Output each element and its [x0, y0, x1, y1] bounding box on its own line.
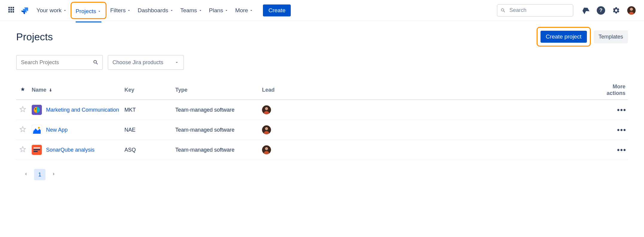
svg-point-1 [630, 8, 633, 11]
profile-avatar[interactable] [627, 6, 636, 15]
chevron-down-icon [127, 8, 131, 13]
chevron-down-icon [198, 8, 203, 13]
svg-rect-13 [34, 147, 40, 148]
project-icon [32, 125, 42, 135]
lead-avatar[interactable] [262, 145, 271, 154]
page-title: Projects [16, 31, 53, 43]
lead-avatar[interactable] [262, 125, 271, 134]
nav-dashboards[interactable]: Dashboards [135, 5, 176, 16]
product-select-label: Choose Jira products [112, 59, 163, 66]
chevron-down-icon [174, 60, 179, 65]
table-row: Marketing and Communication MKT Team-man… [16, 100, 628, 120]
nav-label: Projects [76, 8, 96, 15]
row-more-actions-icon[interactable]: ••• [617, 126, 625, 134]
star-outline-icon[interactable] [19, 126, 26, 133]
col-more-label-line1: More [600, 84, 625, 90]
row-more-actions-icon[interactable]: ••• [617, 146, 625, 154]
col-more-label-line2: actions [600, 90, 625, 97]
highlight-create-project: Create project [537, 27, 591, 47]
app-switcher-icon[interactable] [8, 7, 16, 14]
project-type: Team-managed software [173, 140, 260, 160]
table-row: New App NAE Team-managed software ••• [16, 120, 628, 140]
chevron-down-icon [97, 9, 101, 13]
project-key: MKT [122, 100, 173, 120]
page-prev-button[interactable] [20, 169, 31, 180]
global-search-input[interactable] [497, 4, 573, 17]
row-more-actions-icon[interactable]: ••• [617, 106, 625, 114]
nav-label: Filters [110, 7, 126, 14]
nav-label: Your work [36, 7, 62, 14]
col-name[interactable]: Name [29, 82, 122, 100]
search-icon [500, 8, 506, 13]
project-name-link[interactable]: SonarQube analysis [46, 147, 95, 153]
search-icon [93, 59, 99, 65]
chevron-down-icon [249, 8, 253, 13]
nav-label: More [235, 7, 248, 14]
nav-items: Your work Projects Filters Dashboards Te… [34, 2, 291, 19]
svg-point-4 [35, 108, 36, 110]
create-button[interactable]: Create [263, 4, 291, 16]
col-star [16, 82, 29, 100]
page-next-button[interactable] [48, 169, 59, 180]
svg-point-11 [265, 127, 268, 130]
chevron-left-icon [23, 171, 29, 177]
chevron-down-icon [170, 8, 174, 13]
page-header: Projects Create project Templates [16, 27, 628, 47]
col-lead[interactable]: Lead [260, 82, 598, 100]
nav-label: Plans [209, 7, 223, 14]
page-content: Projects Create project Templates Choose… [0, 21, 644, 195]
nav-label: Teams [180, 7, 197, 14]
svg-rect-15 [34, 151, 38, 152]
nav-more[interactable]: More [232, 5, 256, 16]
project-name-link[interactable]: Marketing and Communication [46, 107, 119, 113]
chevron-down-icon [224, 8, 229, 13]
projects-table: Name Key Type Lead More actions Marke [16, 82, 628, 160]
nav-your-work[interactable]: Your work [34, 5, 70, 16]
help-icon[interactable]: ? [597, 6, 605, 15]
global-search [497, 4, 573, 17]
chevron-right-icon [51, 171, 57, 177]
svg-rect-14 [34, 149, 40, 150]
notifications-icon[interactable] [582, 7, 590, 14]
project-search-input[interactable] [16, 55, 103, 70]
settings-gear-icon[interactable] [612, 7, 620, 14]
col-type[interactable]: Type [173, 82, 260, 100]
nav-label: Dashboards [138, 7, 168, 14]
svg-point-17 [265, 147, 268, 150]
star-outline-icon[interactable] [19, 106, 26, 113]
col-name-label: Name [32, 87, 46, 93]
nav-filters[interactable]: Filters [107, 5, 134, 16]
templates-button[interactable]: Templates [594, 30, 628, 43]
star-filled-icon [20, 87, 25, 92]
filters-row: Choose Jira products [16, 55, 628, 70]
table-row: SonarQube analysis ASQ Team-managed soft… [16, 140, 628, 160]
project-search [16, 55, 103, 70]
pagination: 1 [16, 160, 628, 189]
project-name-link[interactable]: New App [46, 127, 68, 133]
project-type: Team-managed software [173, 100, 260, 120]
project-icon [32, 105, 42, 115]
project-type: Team-managed software [173, 120, 260, 140]
svg-point-9 [38, 127, 40, 129]
project-key: NAE [122, 120, 173, 140]
nav-plans[interactable]: Plans [206, 5, 232, 16]
svg-point-6 [265, 107, 268, 110]
col-key[interactable]: Key [122, 82, 173, 100]
create-project-button[interactable]: Create project [541, 31, 587, 43]
nav-projects[interactable]: Projects [73, 6, 105, 17]
jira-product-select[interactable]: Choose Jira products [108, 55, 184, 70]
project-key: ASQ [122, 140, 173, 160]
sort-down-icon [48, 88, 53, 93]
jira-logo-icon[interactable] [21, 7, 28, 14]
lead-avatar[interactable] [262, 105, 271, 114]
col-more-actions: More actions [598, 82, 628, 100]
project-icon [32, 145, 42, 155]
highlight-projects-nav: Projects [71, 2, 107, 19]
nav-teams[interactable]: Teams [177, 5, 205, 16]
star-outline-icon[interactable] [19, 146, 26, 153]
chevron-down-icon [63, 8, 67, 13]
page-number-current[interactable]: 1 [34, 169, 45, 180]
top-navigation: Your work Projects Filters Dashboards Te… [0, 0, 644, 21]
